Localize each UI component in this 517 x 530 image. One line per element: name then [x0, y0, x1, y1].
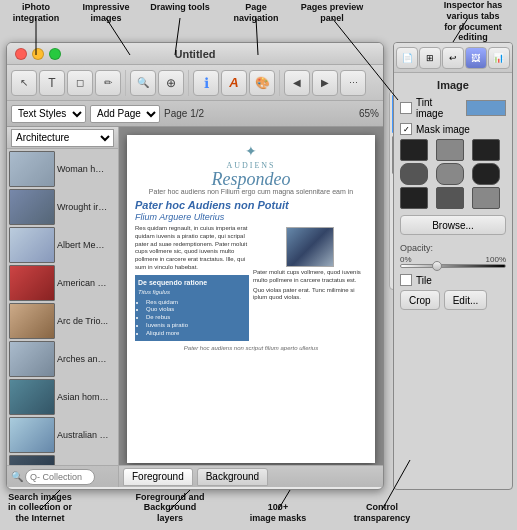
- media-label: Woman hold...: [57, 164, 109, 174]
- info-button[interactable]: ℹ: [193, 70, 219, 96]
- doc-heading2: Flium Arguere Ulterius: [135, 212, 367, 222]
- document-canvas[interactable]: ✦ AUDIENS Respondeo Pater hoc audiens no…: [127, 135, 375, 463]
- media-thumb[interactable]: [9, 189, 55, 225]
- mask-item-5[interactable]: [436, 163, 464, 185]
- tint-image-row: Tint image: [400, 97, 506, 119]
- mask-label: Mask image: [416, 124, 470, 135]
- draw-tool-button[interactable]: ✏: [95, 70, 121, 96]
- impressive-label: Impressive images: [82, 2, 129, 23]
- background-tab[interactable]: Background: [197, 468, 268, 486]
- mask-item-8[interactable]: [436, 187, 464, 209]
- tile-label: Tile: [416, 275, 432, 286]
- inspector-tab-image[interactable]: 🖼: [465, 47, 487, 69]
- toolbar-group-tools: ↖ T ◻ ✏: [11, 70, 126, 96]
- list-item: Australian port: [9, 455, 116, 465]
- media-sidebar: Architecture Woman hold... Wrought iro..…: [7, 127, 119, 487]
- inspector-content: Image Tint image Mask image Browse...: [394, 73, 512, 316]
- search-images-label: Search images in collection or the Inter…: [8, 492, 72, 524]
- font-button[interactable]: A: [221, 70, 247, 96]
- tile-row: Tile: [400, 274, 506, 286]
- next-page-button[interactable]: ▶: [312, 70, 338, 96]
- opacity-max: 100%: [486, 255, 506, 264]
- media-thumb[interactable]: [9, 417, 55, 453]
- annotation-pages-preview: Pages preview panel: [296, 2, 368, 24]
- zoom-in-button[interactable]: ⊕: [158, 70, 184, 96]
- inspector-tab-layout[interactable]: ⊞: [419, 47, 441, 69]
- tint-checkbox[interactable]: [400, 102, 412, 114]
- text-styles-select[interactable]: Text Styles: [11, 105, 86, 123]
- opacity-slider-thumb[interactable]: [432, 261, 442, 271]
- media-thumb[interactable]: [9, 151, 55, 187]
- mask-item-1[interactable]: [400, 139, 428, 161]
- main-area: Architecture Woman hold... Wrought iro..…: [7, 127, 383, 487]
- zoom-display: 65%: [359, 108, 379, 119]
- crop-edit-row: Crop Edit...: [400, 290, 506, 310]
- color-button[interactable]: 🎨: [249, 70, 275, 96]
- crop-button[interactable]: Crop: [400, 290, 440, 310]
- list-item: Wrought iro...: [9, 189, 116, 225]
- mask-checkbox[interactable]: [400, 123, 412, 135]
- add-page-select[interactable]: Add Page: [90, 105, 160, 123]
- share-button[interactable]: ⋯: [340, 70, 366, 96]
- traffic-lights: [15, 48, 61, 60]
- media-label: Australian b...: [57, 430, 109, 440]
- mask-item-9[interactable]: [472, 187, 500, 209]
- inspector-tab-wrap[interactable]: ↩: [442, 47, 464, 69]
- list-item: Asian home...: [9, 379, 116, 415]
- maximize-button[interactable]: [49, 48, 61, 60]
- tint-color-swatch[interactable]: [466, 100, 506, 116]
- doc-box-subtitle: Titus figulus: [138, 289, 246, 297]
- page-nav-label: Page navigation: [233, 2, 278, 23]
- opacity-slider[interactable]: [400, 264, 506, 268]
- close-button[interactable]: [15, 48, 27, 60]
- mask-item-6[interactable]: [472, 163, 500, 185]
- media-label: Wrought iro...: [57, 202, 109, 212]
- annotation-iphoto: iPhoto integration: [0, 2, 72, 24]
- annotation-drawing: Drawing tools: [148, 2, 212, 13]
- zoom-out-button[interactable]: 🔍: [130, 70, 156, 96]
- media-thumb[interactable]: [9, 341, 55, 377]
- browse-button[interactable]: Browse...: [400, 215, 506, 235]
- prev-page-button[interactable]: ◀: [284, 70, 310, 96]
- media-grid: Woman hold... Wrought iro... Albert Mem.…: [7, 149, 118, 465]
- opacity-min: 0%: [400, 255, 412, 264]
- text-tool-button[interactable]: T: [39, 70, 65, 96]
- mask-item-2[interactable]: [436, 139, 464, 161]
- annotation-page-nav: Page navigation: [226, 2, 286, 24]
- inspector-has-label: Inspector has various tabs for document …: [444, 0, 503, 42]
- mask-item-3[interactable]: [472, 139, 500, 161]
- edit-button[interactable]: Edit...: [444, 290, 488, 310]
- document-preview: ✦ AUDIENS Respondeo Pater hoc audiens no…: [127, 135, 375, 463]
- doc-box-title: De sequendo ratione: [138, 278, 246, 287]
- shape-tool-button[interactable]: ◻: [67, 70, 93, 96]
- inspector-tab-graph[interactable]: 📊: [488, 47, 510, 69]
- category-select[interactable]: Architecture: [11, 129, 114, 147]
- media-category-dropdown[interactable]: Architecture: [7, 127, 118, 149]
- annotation-foreground: Foreground and Background layers: [130, 492, 210, 524]
- list-item: Woman hold...: [9, 151, 116, 187]
- cursor-tool-button[interactable]: ↖: [11, 70, 37, 96]
- annotation-transparency: Control transparency: [346, 502, 418, 524]
- search-input[interactable]: [25, 469, 95, 485]
- mask-image-row: Mask image: [400, 123, 506, 135]
- toolbar-group-info: ℹ A 🎨: [193, 70, 280, 96]
- media-thumb[interactable]: [9, 379, 55, 415]
- media-thumb[interactable]: [9, 265, 55, 301]
- toolbar-group-nav: 🔍 ⊕: [130, 70, 189, 96]
- pages-preview-label: Pages preview panel: [301, 2, 364, 23]
- doc-ornament: ✦: [135, 143, 367, 159]
- mask-item-4[interactable]: [400, 163, 428, 185]
- minimize-button[interactable]: [32, 48, 44, 60]
- tile-checkbox[interactable]: [400, 274, 412, 286]
- doc-heading1: Pater hoc Audiens non Potuit: [135, 199, 367, 211]
- media-thumb[interactable]: [9, 303, 55, 339]
- media-thumb[interactable]: [9, 455, 55, 465]
- foreground-tab[interactable]: Foreground: [123, 468, 193, 486]
- mask-item-7[interactable]: [400, 187, 428, 209]
- toolbar: ↖ T ◻ ✏ 🔍 ⊕ ℹ A 🎨 ◀ ▶ ⋯: [7, 65, 383, 101]
- media-label: American fla...: [57, 278, 109, 288]
- drawing-label: Drawing tools: [150, 2, 210, 12]
- media-thumb[interactable]: [9, 227, 55, 263]
- inspector-tab-doc[interactable]: 📄: [396, 47, 418, 69]
- annotation-inspector-has: Inspector has various tabs for document …: [432, 0, 514, 43]
